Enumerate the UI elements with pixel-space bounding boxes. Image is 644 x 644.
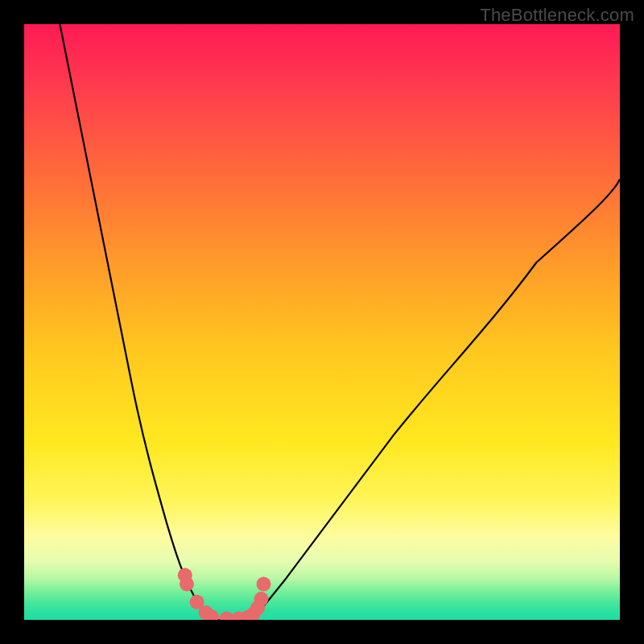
chart-frame: TheBottleneck.com [0, 0, 644, 644]
data-marker [257, 577, 271, 592]
watermark-text: TheBottleneck.com [480, 5, 634, 26]
data-marker [180, 577, 194, 592]
chart-svg [24, 24, 620, 620]
marker-group [178, 568, 271, 621]
data-marker [254, 592, 269, 606]
bottleneck-curve [60, 24, 620, 620]
plot-area [24, 24, 620, 620]
